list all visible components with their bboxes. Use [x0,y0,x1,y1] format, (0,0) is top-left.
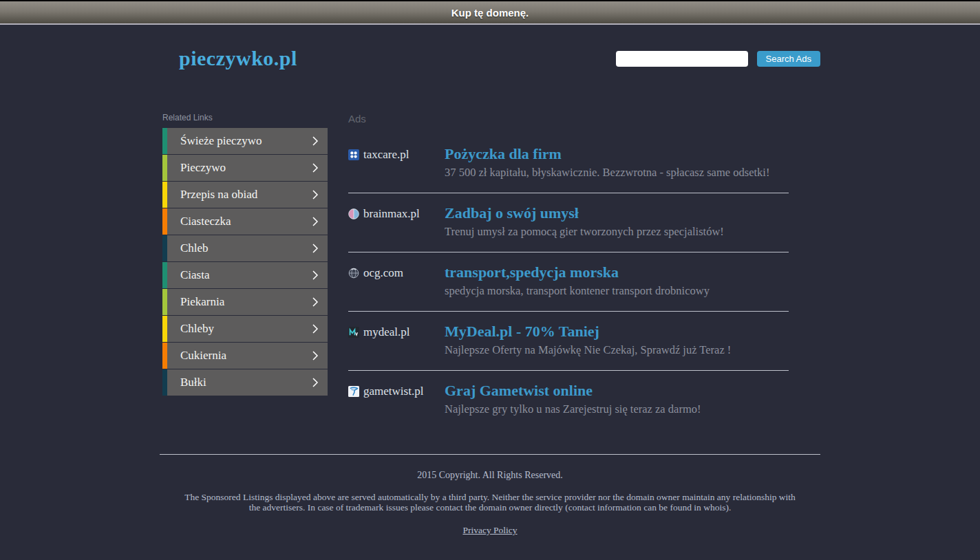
accent-bar [162,289,167,315]
sidebar-item-label: Cukiernia [180,349,226,363]
ad-body: MyDeal.pl - 70% Taniej Najlepsze Oferty … [445,323,789,358]
ad-title-link[interactable]: Zadbaj o swój umysł [445,204,579,222]
privacy-policy-link[interactable]: Privacy Policy [462,525,517,536]
accent-bar [162,182,167,208]
ad-source: gametwist.pl [348,382,445,417]
ad-row-mydeal: mydeal.pl MyDeal.pl - 70% Taniej Najleps… [348,312,789,371]
ad-body: Zadbaj o swój umysł Trenuj umysł za pomo… [445,204,789,239]
sidebar-item-swieze-pieczywo[interactable]: Świeże pieczywo [162,128,328,154]
chevron-right-icon [312,162,319,176]
sidebar-item-label: Przepis na obiad [180,188,257,202]
footer: 2015 Copyright. All Rights Reserved. The… [160,454,820,540]
sidebar-item-label: Bułki [180,376,206,389]
buy-domain-text: Kup tę domenę. [451,7,529,19]
related-links-label: Related Links [162,113,328,122]
taxcare-grid-icon [348,149,359,160]
sidebar-item-label: Chleby [180,322,214,336]
chevron-right-icon [312,377,319,391]
sidebar-item-pieczywo[interactable]: Pieczywo [162,155,328,181]
ad-body: transport,spedycja morska spedycja morsk… [445,263,789,299]
sidebar-item-chleb[interactable]: Chleb [162,235,328,261]
ad-source: taxcare.pl [348,145,445,180]
accent-bar [162,316,167,342]
sidebar-item-label: Chleb [180,241,209,255]
sidebar-item-cukiernia[interactable]: Cukiernia [162,343,328,369]
search-ads-button[interactable]: Search Ads [757,51,821,67]
sidebar-item-piekarnia[interactable]: Piekarnia [162,289,328,315]
sidebar-item-chleby[interactable]: Chleby [162,316,328,342]
tornado-icon [348,386,359,397]
ad-description: Najlepsze Oferty na Majówkę Nie Czekaj, … [445,343,789,358]
ad-domain: mydeal.pl [363,325,410,339]
chevron-right-icon [312,189,319,203]
ad-title-link[interactable]: Pożyczka dla firm [445,145,562,162]
mydeal-m-icon [348,327,359,338]
sidebar-item-ciasta[interactable]: Ciasta [162,262,328,288]
accent-bar [162,235,167,261]
ad-source: brainmax.pl [348,204,445,239]
sidebar-item-label: Świeże pieczywo [180,134,262,148]
accent-bar [162,128,167,154]
ad-source: ocg.com [348,263,445,299]
ad-description: 37 500 zł kapitału, błyskawicznie. Bezzw… [445,166,789,180]
ad-description: Najlepsze gry tylko u nas Zarejestruj si… [445,402,789,417]
sidebar-item-label: Piekarnia [180,295,224,309]
search-area: Search Ads [616,51,821,67]
chevron-right-icon [312,216,319,230]
brain-icon [348,208,359,219]
sidebar-item-przepis-na-obiad[interactable]: Przepis na obiad [162,182,328,208]
chevron-right-icon [312,243,319,257]
accent-bar [162,155,167,181]
ad-domain: taxcare.pl [363,148,409,162]
sidebar-item-label: Ciasta [180,268,210,282]
ad-domain: ocg.com [363,266,403,280]
ad-title-link[interactable]: Graj Gametwist online [445,382,593,399]
ad-domain: brainmax.pl [363,207,420,221]
chevron-right-icon [312,136,319,149]
ad-body: Pożyczka dla firm 37 500 zł kapitału, bł… [445,145,789,180]
ad-domain: gametwist.pl [363,385,423,398]
page-container: pieczywko.pl Search Ads Related Links Św… [160,47,820,540]
copyright-text: 2015 Copyright. All Rights Reserved. [160,470,820,481]
ad-source: mydeal.pl [348,323,445,358]
ad-title-link[interactable]: MyDeal.pl - 70% Taniej [445,323,599,340]
accent-bar [162,262,167,288]
chevron-right-icon [312,270,319,283]
main-content: Related Links Świeże pieczywo Pieczywo P… [160,113,820,429]
ads-label: Ads [348,113,789,125]
related-links-sidebar: Related Links Świeże pieczywo Pieczywo P… [162,113,328,429]
chevron-right-icon [312,297,319,310]
sidebar-item-label: Ciasteczka [180,215,231,228]
header: pieczywko.pl Search Ads [160,47,820,70]
ad-description: spedycja morska, transport kontener tran… [445,284,789,299]
accent-bar [162,208,167,235]
accent-bar [162,369,167,396]
ad-row-brainmax: brainmax.pl Zadbaj o swój umysł Trenuj u… [348,193,789,252]
buy-domain-banner[interactable]: Kup tę domenę. [0,0,980,25]
ad-row-taxcare: taxcare.pl Pożyczka dla firm 37 500 zł k… [348,134,789,193]
site-title: pieczywko.pl [179,47,297,70]
ad-description: Trenuj umysł za pomocą gier tworzonych p… [445,225,789,239]
ad-body: Graj Gametwist online Najlepsze gry tylk… [445,382,789,417]
globe-icon [348,268,359,279]
sidebar-item-bulki[interactable]: Bułki [162,369,328,396]
disclaimer-text: The Sponsored Listings displayed above a… [179,492,802,513]
ads-list: Ads taxcare.pl Pożyczka dla firm 37 500 … [348,113,789,429]
sidebar-item-label: Pieczywo [180,161,226,175]
chevron-right-icon [312,350,319,364]
accent-bar [162,343,167,369]
chevron-right-icon [312,323,319,337]
sidebar-item-ciasteczka[interactable]: Ciasteczka [162,208,328,235]
search-input[interactable] [616,51,748,67]
ad-row-ocg: ocg.com transport,spedycja morska spedyc… [348,252,789,312]
ad-title-link[interactable]: transport,spedycja morska [445,263,619,281]
ad-row-gametwist: gametwist.pl Graj Gametwist online Najle… [348,371,789,429]
